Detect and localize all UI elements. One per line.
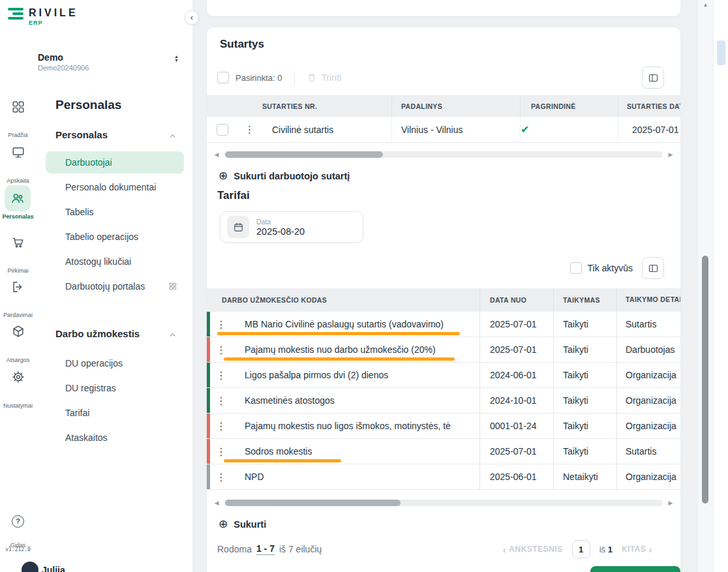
row-menu-icon[interactable]: ⋮ <box>238 123 261 136</box>
sidebar-item-atostogu-likuciai[interactable]: Atostogų likučiai <box>46 250 184 273</box>
date-field-value: 2025-08-20 <box>256 226 305 237</box>
cell-taikymas: Taikyti <box>553 439 616 464</box>
browser-scrollbar-thumb[interactable] <box>717 40 725 65</box>
horizontal-scrollbar: ◀ ▶ <box>212 499 675 507</box>
sidebar-item-du-operacijos[interactable]: DU operacijos <box>46 352 184 374</box>
people-icon <box>10 191 25 205</box>
sidebar-item-personalo-dokumentai[interactable]: Personalo dokumentai <box>46 176 184 198</box>
sidebar-item-tabelio-operacijos[interactable]: Tabelio operacijos <box>46 226 184 248</box>
table-row[interactable]: ⋮ NPD 2025-06-01 Netaikyti Organizacija <box>207 464 680 490</box>
rail-label: Apskaita <box>0 177 36 184</box>
row-checkbox[interactable] <box>217 124 228 136</box>
sidebar-item-darbuotojai[interactable]: Darbuotojai <box>46 151 184 173</box>
primary-action-button[interactable] <box>590 566 680 572</box>
section-darbo-uzmokestis[interactable]: Darbo užmokestis <box>55 328 140 339</box>
sidebar-item-label: Darbuotojų portalas <box>65 281 145 292</box>
row-accent-red <box>207 414 210 438</box>
brand-product: ERP <box>29 20 78 26</box>
rail-item-nustatymai[interactable]: Nustatymai <box>0 370 36 401</box>
column-header[interactable]: PAGRINDINĖ <box>520 95 618 117</box>
rail-item-pardavimai[interactable]: Pardavimai <box>0 280 36 311</box>
row-menu-icon[interactable]: ⋮ <box>216 464 226 490</box>
sidebar-item-darbuotoju-portalas[interactable]: Darbuotojų portalas <box>46 275 184 297</box>
column-header[interactable]: DARBO UŽMOKESČIO KODAS <box>207 296 479 304</box>
cell-data-nuo: 2025-07-01 <box>479 337 553 362</box>
scroll-right-icon[interactable]: ▶ <box>666 499 675 507</box>
cell-data-nuo: 2024-10-01 <box>479 388 553 413</box>
scrollbar-track[interactable] <box>224 500 663 506</box>
scroll-left-icon[interactable]: ◀ <box>212 499 221 507</box>
rail-item-pirkimai[interactable]: Pirkimai <box>0 235 36 267</box>
row-menu-icon[interactable]: ⋮ <box>216 363 226 388</box>
cell-detalumas: Sutartis <box>616 312 680 337</box>
row-menu-icon[interactable]: ⋮ <box>216 388 226 414</box>
rail-item-apskaita[interactable]: Apskaita <box>0 145 36 177</box>
scroll-left-icon[interactable]: ◀ <box>212 151 221 158</box>
cell-data-nuo: 2025-07-01 <box>479 439 553 464</box>
chevron-up-icon[interactable] <box>168 331 177 339</box>
only-active-checkbox[interactable] <box>570 262 582 274</box>
calendar-icon-wrap <box>227 216 249 238</box>
create-tariff-button[interactable]: ⊕ Sukurti <box>219 519 266 530</box>
company-switch-icon[interactable]: ▲▼ <box>174 55 179 63</box>
page-scrollbar[interactable]: ▲ <box>698 0 713 572</box>
column-header[interactable]: DATA NUO <box>479 288 553 312</box>
table-row[interactable]: ⋮ Ligos pašalpa pirmos dvi (2) dienos 20… <box>207 363 680 388</box>
column-header[interactable]: SUTARTIES DATA <box>618 95 680 117</box>
sidebar-collapse-button[interactable]: ‹ <box>185 10 199 25</box>
tarifai-title: Tarifai <box>217 189 680 202</box>
table-row[interactable]: ⋮ Pajamų mokestis nuo ligos išmokos, mot… <box>207 414 680 439</box>
delete-button[interactable]: Trinti <box>307 72 342 83</box>
scrollbar-track[interactable] <box>224 151 663 158</box>
sidebar-item-du-registras[interactable]: DU registras <box>46 377 184 399</box>
rail-item-atsargos[interactable]: Atsargos <box>0 324 36 355</box>
column-header[interactable]: TAIKYMAS <box>553 288 616 312</box>
rivile-logo-icon <box>8 8 23 22</box>
rail-item-pradzia[interactable]: Pradžia <box>0 100 36 131</box>
browser-scrollbar[interactable] <box>713 0 728 572</box>
column-header[interactable]: PADALINYS <box>391 95 520 117</box>
section-personalas[interactable]: Personalas <box>55 129 108 140</box>
create-contract-button[interactable]: ⊕ Sukurti darbuotojo sutartį <box>219 170 350 181</box>
date-field[interactable]: Data 2025-08-20 <box>220 211 363 243</box>
sidebar-item-tarifai[interactable]: Tarifai <box>46 402 184 424</box>
column-header[interactable]: TAIKYMO DETALUMAS <box>616 288 680 312</box>
rows-range-dropdown[interactable]: 1 - 7 <box>256 543 275 555</box>
column-settings-button[interactable] <box>642 257 664 279</box>
scroll-right-icon[interactable]: ▶ <box>666 151 675 158</box>
scrollbar-thumb[interactable] <box>702 256 708 504</box>
only-active-toggle[interactable]: Tik aktyvūs <box>570 262 633 274</box>
previous-label: ANKSTESNIS <box>509 545 562 554</box>
previous-page-button[interactable]: ‹ ANKSTESNIS <box>503 545 563 554</box>
sidebar: RIVILE core Demo Demo20240906 ▲▼ Persona… <box>36 0 192 572</box>
sidebar-item-ataskaitos[interactable]: Ataskaitos <box>46 427 184 449</box>
showing-label: Rodoma <box>217 544 252 554</box>
scrollbar-thumb[interactable] <box>225 151 383 158</box>
table-row[interactable]: ⋮ Kasmetinės atostogos 2024-10-01 Taikyt… <box>207 388 680 414</box>
rail-label: Atsargos <box>0 357 36 363</box>
scroll-up-icon[interactable]: ▲ <box>698 2 713 8</box>
rail-label: Pradžia <box>0 132 36 138</box>
column-settings-button[interactable] <box>642 67 664 89</box>
scrollbar-thumb[interactable] <box>225 500 401 506</box>
table-row[interactable]: ⋮ Civilinė sutartis Vilnius - Vilnius ✔ … <box>207 117 680 143</box>
cell-kodas: Kasmetinės atostogos <box>207 395 479 406</box>
chevron-up-icon[interactable] <box>168 132 177 140</box>
cart-icon <box>11 235 25 250</box>
table-row[interactable]: ⋮ Pajamų mokestis nuo darbo užmokesčio (… <box>207 337 680 363</box>
next-page-button[interactable]: KITAS › <box>622 545 652 554</box>
column-header[interactable]: SUTARTIES NR. <box>261 102 391 110</box>
table-row[interactable]: ⋮ MB Nario Civilinė paslaugų sutartis (v… <box>207 312 680 337</box>
sutartys-table-header: SUTARTIES NR. PADALINYS PAGRINDINĖ SUTAR… <box>207 95 680 117</box>
rail-item-gidas[interactable]: ? Gidas <box>0 515 36 543</box>
pagination: Rodoma 1 - 7 iš 7 eilučių ‹ ANKSTESNIS 1… <box>207 540 680 558</box>
sutartys-table: SUTARTIES NR. PADALINYS PAGRINDINĖ SUTAR… <box>207 95 680 143</box>
sidebar-item-tabelis[interactable]: Tabelis <box>46 201 184 223</box>
create-tariff-label: Sukurti <box>234 519 266 530</box>
select-all-checkbox[interactable] <box>217 72 229 83</box>
table-row[interactable]: ⋮ Sodros mokestis 2025-07-01 Taikyti Sut… <box>207 439 680 464</box>
cell-taikymas: Netaikyti <box>553 464 616 489</box>
current-page-box[interactable]: 1 <box>572 540 590 558</box>
row-menu-icon[interactable]: ⋮ <box>216 414 226 439</box>
cell-data-nuo: 2025-06-01 <box>479 464 553 489</box>
